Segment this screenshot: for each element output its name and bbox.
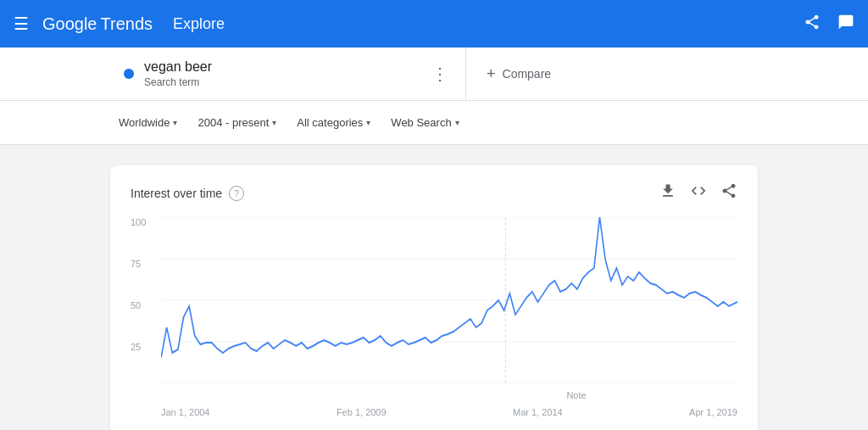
header-actions — [804, 14, 854, 35]
category-label: All categories — [297, 116, 363, 129]
geography-filter[interactable]: Worldwide ▾ — [110, 111, 186, 134]
chevron-down-icon: ▾ — [173, 118, 177, 127]
share-icon[interactable] — [804, 14, 821, 35]
filters-area: Worldwide ▾ 2004 - present ▾ All categor… — [0, 101, 868, 145]
more-options-icon[interactable]: ⋮ — [428, 60, 452, 87]
interest-over-time-card: Interest over time ? 100 75 50 — [110, 165, 758, 430]
category-filter[interactable]: All categories ▾ — [288, 111, 379, 134]
time-range-filter[interactable]: 2004 - present ▾ — [189, 111, 285, 134]
y-axis: 100 75 50 25 — [131, 217, 161, 404]
x-axis: Jan 1, 2004 Feb 1, 2009 Mar 1, 2014 Apr … — [131, 407, 737, 417]
trend-line-chart — [161, 217, 737, 383]
note-label: Note — [566, 390, 586, 400]
chart-actions — [659, 182, 737, 204]
search-area: vegan beer Search term ⋮ + Compare — [0, 47, 868, 101]
help-icon[interactable]: ? — [229, 186, 244, 201]
y-label-100: 100 — [131, 217, 161, 227]
x-label-2014: Mar 1, 2014 — [513, 407, 563, 417]
chevron-down-icon: ▾ — [455, 118, 459, 127]
menu-icon[interactable]: ☰ — [14, 14, 29, 34]
chart-title: Interest over time — [131, 187, 222, 200]
plus-icon: + — [487, 65, 496, 83]
search-term-text: vegan beer Search term — [144, 59, 418, 88]
app-logo: Google Trends — [42, 14, 153, 34]
chart-area: 100 75 50 25 — [131, 217, 737, 404]
download-icon[interactable] — [659, 182, 676, 204]
explore-label: Explore — [173, 15, 225, 33]
share-chart-icon[interactable] — [721, 182, 737, 204]
time-range-label: 2004 - present — [198, 116, 269, 129]
search-term-card: vegan beer Search term ⋮ — [110, 47, 466, 100]
y-label-25: 25 — [131, 342, 161, 352]
compare-button[interactable]: + Compare — [466, 47, 758, 100]
chart-title-area: Interest over time ? — [131, 186, 244, 201]
x-label-2004: Jan 1, 2004 — [161, 407, 210, 417]
y-label-50: 50 — [131, 300, 161, 310]
geography-label: Worldwide — [119, 116, 170, 129]
chevron-down-icon: ▾ — [366, 118, 370, 127]
compare-label: Compare — [503, 67, 552, 81]
search-term-name: vegan beer — [144, 59, 418, 75]
x-label-2009: Feb 1, 2009 — [337, 407, 387, 417]
search-term-type: Search term — [144, 76, 418, 88]
y-label-75: 75 — [131, 259, 161, 269]
search-type-filter[interactable]: Web Search ▾ — [382, 111, 467, 134]
google-text: Google — [42, 14, 97, 34]
main-content: Interest over time ? 100 75 50 — [0, 145, 868, 430]
trends-text: Trends — [101, 14, 153, 34]
search-type-label: Web Search — [391, 116, 451, 129]
chevron-down-icon: ▾ — [272, 118, 276, 127]
chart-header: Interest over time ? — [131, 182, 737, 204]
embed-icon[interactable] — [690, 182, 707, 204]
app-header: ☰ Google Trends Explore — [0, 0, 868, 47]
search-term-dot — [124, 69, 134, 79]
x-label-2019: Apr 1, 2019 — [689, 407, 737, 417]
feedback-icon[interactable] — [837, 14, 854, 35]
chart-svg-container: Note — [161, 217, 737, 404]
